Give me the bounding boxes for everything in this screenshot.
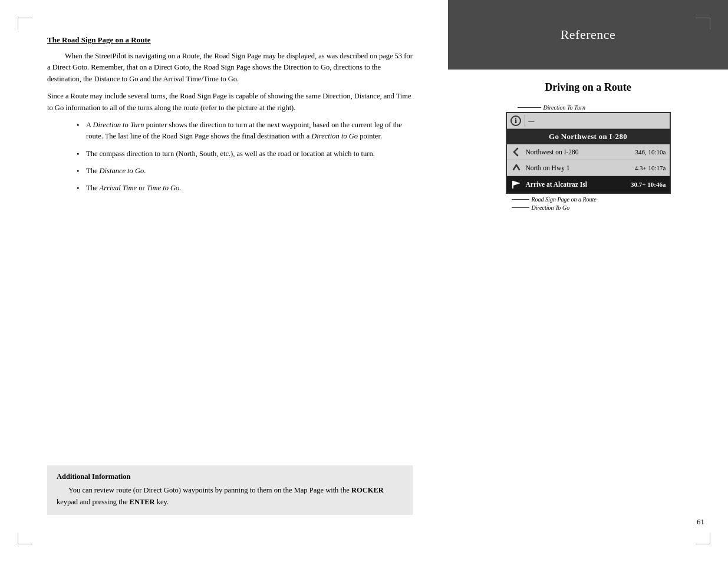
- paragraph-2: Since a Route may include several turns,…: [47, 91, 413, 114]
- gps-screen: ℹ — Go Northwest on I-280: [506, 112, 671, 194]
- list-item-1: A Direction to Turn pointer shows the di…: [77, 120, 413, 143]
- list-item-4: The Arrival Time or Time to Go.: [77, 183, 413, 194]
- gps-info-icon: ℹ: [510, 115, 521, 126]
- info-symbol: ℹ: [515, 117, 517, 125]
- bold-rocker: ROCKER: [351, 486, 384, 494]
- gps-screen-wrapper: Direction To Turn ℹ — Go Northwest on I-…: [506, 104, 671, 211]
- direction-go-callout-row: Direction To Go: [512, 204, 671, 211]
- driving-title: Driving on a Route: [472, 81, 704, 94]
- left-page: The Road Sign Page on a Route When the S…: [0, 0, 448, 562]
- gps-row-2-text: North on Hwy 1: [526, 164, 631, 171]
- bottom-callouts: Road Sign Page on a Route Direction To G…: [512, 196, 671, 211]
- turn-icon-3: [510, 178, 522, 190]
- additional-info-text: You can review route (or Direct Goto) wa…: [57, 485, 403, 508]
- corner-mark-tr: [696, 18, 710, 29]
- italic-time-to-go: Time to Go: [147, 184, 180, 192]
- gps-row-2: North on Hwy 1 4.3+ 10:17a: [507, 160, 670, 176]
- road-sign-callout-row: Road Sign Page on a Route: [512, 196, 671, 203]
- additional-info-title: Additional Information: [57, 472, 403, 481]
- gps-row-3-highlight: Arrive at Alcatraz Isl 30.7+ 10:46a: [507, 176, 670, 193]
- italic-distance-to-go: Distance to Go: [100, 167, 144, 175]
- right-content: Driving on a Route Direction To Turn ℹ: [448, 70, 728, 224]
- list-item-3: The Distance to Go.: [77, 166, 413, 177]
- gps-header-row: ℹ —: [507, 113, 670, 129]
- italic-arrival-time: Arrival Time: [100, 184, 137, 192]
- road-sign-callout-line: [512, 199, 529, 200]
- bullet-list: A Direction to Turn pointer shows the di…: [77, 120, 413, 194]
- corner-mark-br: [696, 533, 710, 544]
- gps-row-1-text: Northwest on I-280: [526, 148, 632, 156]
- paragraph-1: When the StreetPilot is navigating on a …: [47, 51, 413, 85]
- gps-header-text: —: [529, 117, 535, 124]
- gps-main-row: Go Northwest on I-280: [507, 129, 670, 144]
- bold-enter: ENTER: [130, 498, 155, 506]
- direction-go-callout-line: [512, 207, 529, 208]
- additional-info-box: Additional Information You can review ro…: [47, 465, 413, 515]
- turn-icon-2: [510, 162, 522, 174]
- callout-line-top: [518, 107, 541, 108]
- callout-direction-to-turn: Direction To Turn: [543, 104, 586, 111]
- reference-header: Reference: [448, 0, 728, 70]
- gps-divider: [525, 115, 525, 127]
- right-page: Reference Driving on a Route Direction T…: [448, 0, 728, 562]
- gps-row-2-numbers: 4.3+ 10:17a: [635, 164, 666, 171]
- italic-direction-to-turn: Direction to Turn: [93, 121, 144, 129]
- turn-icon-1: [510, 146, 522, 158]
- list-item-2: The compass direction to turn (North, So…: [77, 148, 413, 160]
- svg-marker-0: [513, 181, 520, 186]
- reference-title: Reference: [561, 27, 616, 42]
- page-container: The Road Sign Page on a Route When the S…: [0, 0, 728, 562]
- gps-row-3-text: Arrive at Alcatraz Isl: [526, 181, 628, 188]
- corner-mark-bl: [18, 533, 32, 544]
- road-sign-callout-label: Road Sign Page on a Route: [532, 196, 597, 203]
- gps-row-1-numbers: 346, 10:10a: [635, 148, 666, 156]
- direction-go-callout-label: Direction To Go: [532, 204, 570, 211]
- section-heading: The Road Sign Page on a Route: [47, 35, 413, 45]
- callout-top-area: Direction To Turn: [518, 104, 671, 111]
- corner-mark-tl: [18, 18, 32, 29]
- italic-direction-to-go: Direction to Go: [311, 132, 358, 140]
- page-number: 61: [697, 517, 704, 527]
- gps-row-3-numbers: 30.7+ 10:46a: [631, 181, 666, 188]
- gps-row-1: Northwest on I-280 346, 10:10a: [507, 144, 670, 160]
